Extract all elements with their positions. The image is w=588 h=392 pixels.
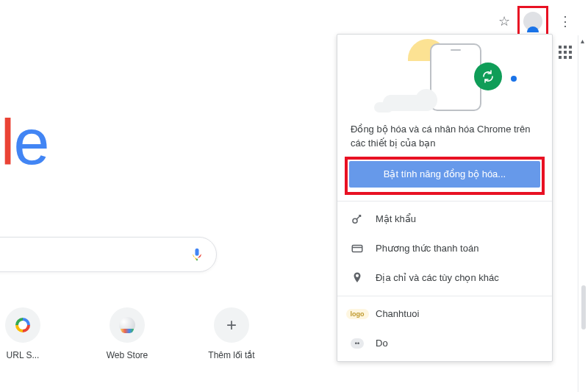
bookmark-star-icon[interactable]: ☆	[498, 13, 510, 29]
browser-toolbar: ☆ ⋮	[498, 9, 575, 34]
overflow-menu-icon[interactable]: ⋮	[556, 13, 575, 29]
list-item-label: Mật khẩu	[376, 213, 416, 224]
list-item-label: Phương thức thanh toán	[376, 243, 478, 254]
plus-icon: +	[226, 315, 237, 335]
scrollbar[interactable]: ▴	[578, 35, 588, 392]
apps-grid-icon[interactable]	[559, 46, 572, 59]
sync-icon	[474, 63, 502, 90]
shortcut-label: Thêm lối tắt	[208, 350, 254, 360]
google-g-icon	[15, 318, 30, 332]
profile-button[interactable]	[520, 9, 545, 34]
shortcut-tile[interactable]: URL S...	[0, 307, 57, 360]
shortcut-label: URL S...	[7, 350, 40, 360]
shortcut-tile[interactable]: Web Store	[93, 307, 162, 360]
sync-description: Đồng bộ hóa và cá nhân hóa Chrome trên c…	[337, 114, 552, 157]
webstore-icon	[119, 317, 135, 333]
voice-search-icon[interactable]	[190, 247, 204, 262]
divider	[337, 201, 552, 202]
list-item-label: Địa chỉ và các tùy chọn khác	[376, 272, 499, 283]
scroll-up-icon[interactable]: ▴	[581, 37, 584, 45]
google-logo: oogle	[0, 104, 48, 179]
shortcut-label: Web Store	[107, 350, 148, 360]
addresses-row[interactable]: Địa chỉ và các tùy chọn khác	[337, 263, 552, 293]
sync-illustration	[337, 35, 552, 114]
annotation-highlight	[345, 157, 545, 195]
avatar-icon	[523, 12, 542, 31]
scroll-thumb[interactable]	[581, 285, 586, 329]
search-input[interactable]	[0, 249, 190, 261]
profile-label: Chanhtuoi	[376, 308, 419, 319]
passwords-row[interactable]: Mật khẩu	[337, 204, 552, 234]
profile-label: Do	[376, 338, 388, 349]
profile-row[interactable]: •• Do	[337, 329, 552, 358]
search-box[interactable]	[0, 237, 217, 272]
profile-row[interactable]: logo Chanhtuoi	[337, 299, 552, 329]
payment-row[interactable]: Phương thức thanh toán	[337, 234, 552, 263]
new-tab-page: oogle URL S... Web Store + Thêm lối tắt	[0, 0, 368, 392]
divider	[337, 296, 552, 296]
shortcuts-row: URL S... Web Store + Thêm lối tắt	[0, 307, 266, 360]
profile-popover: Đồng bộ hóa và cá nhân hóa Chrome trên c…	[337, 34, 553, 362]
add-shortcut-tile[interactable]: + Thêm lối tắt	[197, 307, 266, 360]
